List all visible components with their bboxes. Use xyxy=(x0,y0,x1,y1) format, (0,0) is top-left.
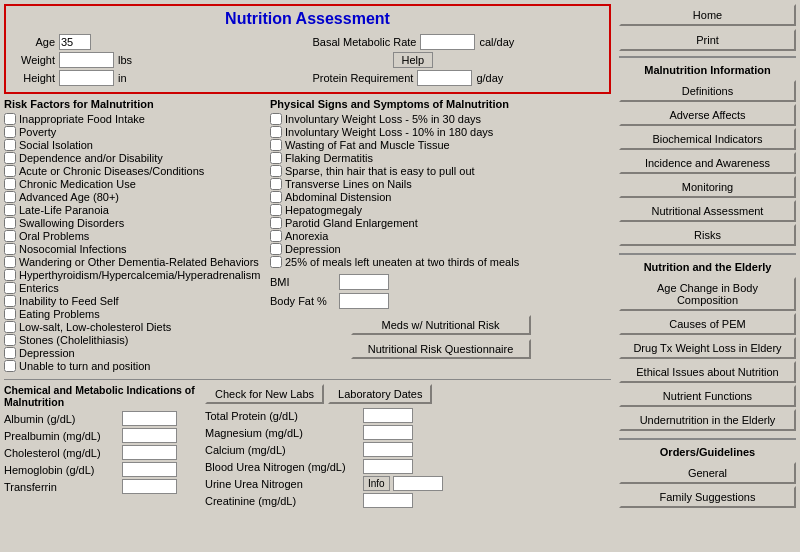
chemical-item: Albumin (g/dL) xyxy=(4,411,199,426)
bmr-label: Basal Metabolic Rate xyxy=(313,36,417,48)
risk-factor-item: Inappropriate Food Intake xyxy=(4,113,264,125)
weight-unit: lbs xyxy=(118,54,132,66)
risk-factor-checkbox[interactable] xyxy=(4,256,16,268)
physical-sign-label: Abdominal Distension xyxy=(285,191,391,203)
physical-sign-item: Anorexia xyxy=(270,230,611,242)
home-button[interactable]: Home xyxy=(619,4,796,26)
chemical-input[interactable] xyxy=(122,411,177,426)
physical-sign-checkbox[interactable] xyxy=(270,243,282,255)
malnutrition-info-button[interactable]: Biochemical Indicators xyxy=(619,128,796,150)
physical-sign-checkbox[interactable] xyxy=(270,139,282,151)
protein-input[interactable] xyxy=(417,70,472,86)
risk-factor-label: Chronic Medication Use xyxy=(19,178,136,190)
risk-factor-checkbox[interactable] xyxy=(4,113,16,125)
age-input[interactable] xyxy=(59,34,91,50)
height-input[interactable] xyxy=(59,70,114,86)
risk-factor-checkbox[interactable] xyxy=(4,243,16,255)
malnutrition-info-button[interactable]: Incidence and Awareness xyxy=(619,152,796,174)
physical-sign-item: Abdominal Distension xyxy=(270,191,611,203)
elderly-info-button[interactable]: Nutrient Functions xyxy=(619,385,796,407)
physical-sign-checkbox[interactable] xyxy=(270,113,282,125)
print-button[interactable]: Print xyxy=(619,29,796,51)
total-protein-input[interactable] xyxy=(363,459,413,474)
protein-unit: g/day xyxy=(476,72,503,84)
physical-sign-label: 25% of meals left uneaten at two thirds … xyxy=(285,256,519,268)
total-protein-input[interactable] xyxy=(363,493,413,508)
risk-factor-checkbox[interactable] xyxy=(4,191,16,203)
check-new-labs-button[interactable]: Check for New Labs xyxy=(205,384,324,404)
risk-factor-checkbox[interactable] xyxy=(4,308,16,320)
bmi-input[interactable] xyxy=(339,274,389,290)
malnutrition-info-title: Malnutrition Information xyxy=(619,63,796,77)
elderly-info-button[interactable]: Undernutrition in the Elderly xyxy=(619,409,796,431)
chemical-item: Prealbumin (mg/dL) xyxy=(4,428,199,443)
risk-factor-checkbox[interactable] xyxy=(4,178,16,190)
risk-factor-checkbox[interactable] xyxy=(4,139,16,151)
risk-factor-checkbox[interactable] xyxy=(4,360,16,372)
info-button[interactable]: Info xyxy=(363,476,390,491)
physical-sign-checkbox[interactable] xyxy=(270,126,282,138)
body-fat-label: Body Fat % xyxy=(270,295,335,307)
malnutrition-info-button[interactable]: Risks xyxy=(619,224,796,246)
total-protein-input[interactable] xyxy=(363,408,413,423)
physical-sign-checkbox[interactable] xyxy=(270,256,282,268)
chemical-input[interactable] xyxy=(122,428,177,443)
risk-factor-item: Acute or Chronic Diseases/Conditions xyxy=(4,165,264,177)
risk-factor-checkbox[interactable] xyxy=(4,282,16,294)
physical-sign-checkbox[interactable] xyxy=(270,178,282,190)
total-protein-input[interactable] xyxy=(363,425,413,440)
risk-factor-checkbox[interactable] xyxy=(4,295,16,307)
total-protein-input[interactable] xyxy=(363,442,413,457)
meds-nutritional-risk-button[interactable]: Meds w/ Nutritional Risk xyxy=(351,315,531,335)
physical-sign-label: Sparse, thin hair that is easy to pull o… xyxy=(285,165,475,177)
risk-factor-checkbox[interactable] xyxy=(4,347,16,359)
malnutrition-info-button[interactable]: Monitoring xyxy=(619,176,796,198)
orders-button[interactable]: General xyxy=(619,462,796,484)
weight-input[interactable] xyxy=(59,52,114,68)
physical-sign-checkbox[interactable] xyxy=(270,152,282,164)
bmr-input[interactable] xyxy=(420,34,475,50)
physical-sign-item: Transverse Lines on Nails xyxy=(270,178,611,190)
risk-factor-item: Advanced Age (80+) xyxy=(4,191,264,203)
orders-button[interactable]: Family Suggestions xyxy=(619,486,796,508)
risk-factor-checkbox[interactable] xyxy=(4,217,16,229)
chemical-input[interactable] xyxy=(122,445,177,460)
elderly-info-button[interactable]: Age Change in Body Composition xyxy=(619,277,796,311)
risk-factor-checkbox[interactable] xyxy=(4,204,16,216)
chemical-input[interactable] xyxy=(122,462,177,477)
elderly-info-button[interactable]: Drug Tx Weight Loss in Eldery xyxy=(619,337,796,359)
physical-sign-checkbox[interactable] xyxy=(270,230,282,242)
risk-factor-checkbox[interactable] xyxy=(4,126,16,138)
risk-factor-item: Hyperthyroidism/Hypercalcemia/Hyperadren… xyxy=(4,269,264,281)
risk-factor-item: Late-Life Paranoia xyxy=(4,204,264,216)
risk-factor-checkbox[interactable] xyxy=(4,230,16,242)
bmr-unit: cal/day xyxy=(479,36,514,48)
chemical-label: Hemoglobin (g/dL) xyxy=(4,464,119,476)
page-title: Nutrition Assessment xyxy=(10,10,605,28)
risk-factor-checkbox[interactable] xyxy=(4,165,16,177)
risk-factor-checkbox[interactable] xyxy=(4,321,16,333)
risk-factor-item: Oral Problems xyxy=(4,230,264,242)
malnutrition-info-button[interactable]: Definitions xyxy=(619,80,796,102)
physical-sign-checkbox[interactable] xyxy=(270,217,282,229)
physical-sign-checkbox[interactable] xyxy=(270,165,282,177)
malnutrition-info-button[interactable]: Adverse Affects xyxy=(619,104,796,126)
total-protein-input[interactable] xyxy=(393,476,443,491)
elderly-info-button[interactable]: Causes of PEM xyxy=(619,313,796,335)
risk-factor-checkbox[interactable] xyxy=(4,152,16,164)
total-protein-label: Urine Urea Nitrogen xyxy=(205,478,360,490)
risk-factor-item: Low-salt, Low-cholesterol Diets xyxy=(4,321,264,333)
chemical-input[interactable] xyxy=(122,479,177,494)
risk-factor-checkbox[interactable] xyxy=(4,334,16,346)
total-protein-section: Check for New Labs Laboratory Dates Tota… xyxy=(205,384,611,510)
help-button[interactable]: Help xyxy=(393,52,434,68)
risk-factor-checkbox[interactable] xyxy=(4,269,16,281)
physical-sign-checkbox[interactable] xyxy=(270,204,282,216)
body-fat-input[interactable] xyxy=(339,293,389,309)
physical-sign-checkbox[interactable] xyxy=(270,191,282,203)
elderly-info-button[interactable]: Ethical Issues about Nutrition xyxy=(619,361,796,383)
risk-factor-item: Inability to Feed Self xyxy=(4,295,264,307)
malnutrition-info-button[interactable]: Nutritional Assessment xyxy=(619,200,796,222)
nutritional-risk-questionnaire-button[interactable]: Nutritional Risk Questionnaire xyxy=(351,339,531,359)
laboratory-dates-button[interactable]: Laboratory Dates xyxy=(328,384,432,404)
